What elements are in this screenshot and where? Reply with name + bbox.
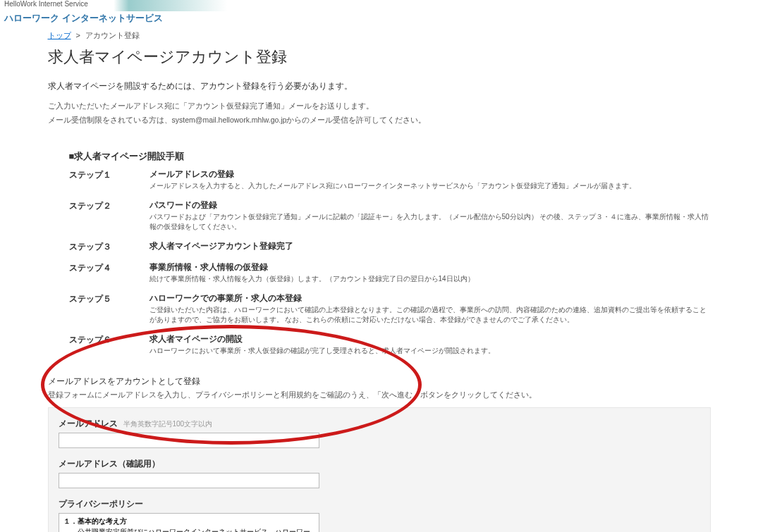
breadcrumb: トップ > アカウント登録 — [48, 30, 711, 41]
form-section-title: メールアドレスをアカウントとして登録 — [48, 376, 711, 388]
step-title: 求人者マイページの開設 — [149, 333, 711, 345]
email-confirm-input[interactable] — [59, 473, 319, 488]
step-desc: 続けて事業所情報・求人情報を入力（仮登録）します。（アカウント登録完了日の翌日か… — [149, 274, 711, 284]
step-title: 求人者マイページアカウント登録完了 — [149, 240, 711, 252]
step-row: ステップ１ メールアドレスの登録 メールアドレスを入力すると、入力したメールアド… — [69, 168, 711, 191]
step-desc: ハローワークにおいて事業所・求人仮登録の確認が完了し受理されると、求人者マイペー… — [149, 346, 711, 356]
email-label: メールアドレス半角英数字記号100文字以内 — [59, 418, 213, 430]
breadcrumb-home-link[interactable]: トップ — [48, 31, 71, 39]
step-row: ステップ４ 事業所情報・求人情報の仮登録 続けて事業所情報・求人情報を入力（仮登… — [69, 261, 711, 284]
step-desc: ご登録いただいた内容は、ハローワークにおいて確認の上本登録となります。この確認の… — [149, 305, 711, 325]
step-row: ステップ２ パスワードの登録 パスワードおよび「アカウント仮登録完了通知」メール… — [69, 199, 711, 232]
step-label: ステップ３ — [69, 240, 149, 253]
form-area: メールアドレス半角英数字記号100文字以内 メールアドレス（確認用） プライバシ… — [48, 407, 711, 533]
privacy-h1: １．基本的な考え方 — [63, 516, 314, 526]
step-label: ステップ１ — [69, 168, 149, 191]
breadcrumb-sep: > — [76, 31, 80, 39]
breadcrumb-current: アカウント登録 — [85, 31, 140, 39]
email-confirm-label: メールアドレス（確認用） — [59, 458, 160, 470]
note-1: ご入力いただいたメールアドレス宛に「アカウント仮登録完了通知」メールをお送りしま… — [48, 101, 711, 112]
service-name: ハローワーク インターネットサービス — [0, 11, 758, 26]
step-row: ステップ３ 求人者マイページアカウント登録完了 — [69, 240, 711, 253]
step-title: 事業所情報・求人情報の仮登録 — [149, 261, 711, 273]
email-note: 半角英数字記号100文字以内 — [123, 420, 213, 428]
step-label: ステップ５ — [69, 292, 149, 325]
step-label: ステップ６ — [69, 333, 149, 356]
privacy-label: プライバシーポリシー — [59, 498, 700, 510]
step-title: パスワードの登録 — [149, 199, 711, 211]
step-label: ステップ４ — [69, 261, 149, 284]
email-input[interactable] — [59, 433, 319, 448]
form-section-lead: 登録フォームにメールアドレスを入力し、プライバシーポリシーと利用規約をご確認のう… — [48, 390, 711, 400]
step-label: ステップ２ — [69, 199, 149, 232]
steps-heading: ■求人者マイページ開設手順 — [69, 150, 711, 163]
page-title: 求人者マイページアカウント登録 — [48, 47, 711, 68]
top-small-bar: HelloWork Internet Service — [0, 0, 758, 11]
step-row: ステップ６ 求人者マイページの開設 ハローワークにおいて事業所・求人仮登録の確認… — [69, 333, 711, 356]
note-2: メール受信制限をされている方は、system@mail.hellowork.mh… — [48, 115, 711, 126]
step-title: ハローワークでの事業所・求人の本登録 — [149, 292, 711, 304]
privacy-policy-box[interactable]: １．基本的な考え方 公共職業安定所並びにハローワークインターネットサービス、ハロ… — [59, 513, 319, 533]
step-row: ステップ５ ハローワークでの事業所・求人の本登録 ご登録いただいた内容は、ハロー… — [69, 292, 711, 325]
step-desc: パスワードおよび「アカウント仮登録完了通知」メールに記載の「認証キー」を入力しま… — [149, 212, 711, 232]
step-title: メールアドレスの登録 — [149, 168, 711, 180]
lead-text: 求人者マイページを開設するためには、アカウント登録を行う必要があります。 — [48, 80, 711, 92]
step-desc: メールアドレスを入力すると、入力したメールアドレス宛にハローワークインターネット… — [149, 181, 711, 191]
privacy-body: 公共職業安定所並びにハローワークインターネットサービス、ハローワークインターネッ… — [63, 527, 314, 532]
